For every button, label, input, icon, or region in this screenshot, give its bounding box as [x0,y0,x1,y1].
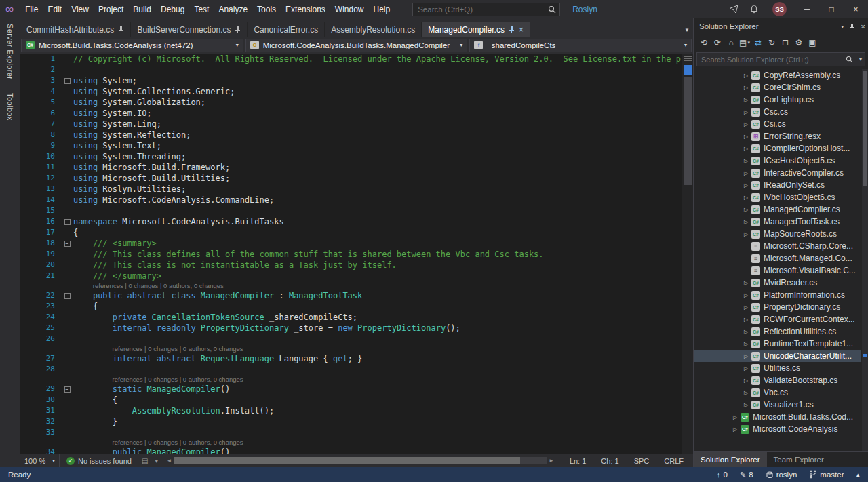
tree-item-microsoft-visualbasic-c[interactable]: ≡Microsoft.VisualBasic.C... [694,264,861,277]
zoom-control[interactable]: 100 % ▾ [20,454,60,467]
fold-toggle-icon[interactable]: − [64,241,71,247]
repository-indicator[interactable]: roslyn [766,470,797,479]
expand-arrow-icon[interactable]: ▷ [741,73,751,79]
line-ending-indicator[interactable]: CRLF [664,457,684,465]
panel-tab-solution-explorer[interactable]: Solution Explorer [694,452,767,467]
type-dropdown[interactable]: C Microsoft.CodeAnalysis.BuildTasks.Mana… [245,39,468,52]
tree-item-corlightup-cs[interactable]: ▷C#CorLightup.cs [694,94,861,106]
vertical-scrollbar-thumb[interactable] [684,77,692,185]
expand-arrow-icon[interactable]: ▷ [741,195,751,201]
panel-tab-team-explorer[interactable]: Team Explorer [767,452,831,467]
quick-search-input[interactable] [416,5,548,14]
codelens-indicator[interactable]: references | 0 changes | 0 authors, 0 ch… [73,344,243,353]
collapse-all-icon[interactable]: ⊟ [779,37,791,49]
menu-test[interactable]: Test [189,2,214,17]
tree-item-icschostobject5-cs[interactable]: ▷C#ICscHostObject5.cs [694,155,861,167]
expand-arrow-icon[interactable]: ▷ [741,158,751,164]
expand-arrow-icon[interactable]: ▷ [741,146,751,152]
expand-arrow-icon[interactable]: ▷ [741,219,751,225]
code-editor[interactable]: 1// Copyright (c) Microsoft. All Rights … [20,54,693,454]
tree-item-utilities-cs[interactable]: ▷C#Utilities.cs [694,362,861,374]
expand-arrow-icon[interactable]: ▷ [741,280,751,286]
branch-indicator[interactable]: master [809,470,844,479]
tree-item-coreclrshim-cs[interactable]: ▷C#CoreClrShim.cs [694,81,861,94]
sync-with-active-document-icon[interactable]: ⇄ [752,37,764,49]
project-dropdown[interactable]: C# Microsoft.Build.Tasks.CodeAnalysis (n… [21,39,243,52]
tree-item-csi-cs[interactable]: ▷C#Csi.cs [694,118,861,130]
fold-toggle-icon[interactable]: − [64,219,71,225]
tree-item-validatebootstrap-cs[interactable]: ▷C#ValidateBootstrap.cs [694,374,861,386]
codelens-indicator[interactable]: references | 0 changes | 0 authors, 0 ch… [73,438,243,447]
expand-arrow-icon[interactable]: ▷ [741,390,751,396]
tree-item-interactivecompiler-cs[interactable]: ▷C#InteractiveCompiler.cs [694,167,861,179]
editor-vertical-scrollbar[interactable] [682,54,693,454]
messages-icon[interactable]: ▤ [138,457,151,464]
minimize-button[interactable]: ─ [795,0,819,18]
split-window-handle[interactable] [684,55,692,63]
expand-arrow-icon[interactable]: ▷ [741,292,751,298]
member-dropdown[interactable]: f _sharedCompileCts ▾ [469,39,692,52]
tree-item-runtimetexttemplate1[interactable]: ▷C#RuntimeTextTemplate1... [694,338,861,350]
tree-item-microsoft-codeanalysis[interactable]: ▷C#Microsoft.CodeAnalysis [694,423,861,435]
document-tab-assemblyresolution-cs[interactable]: AssemblyResolution.cs [325,22,422,37]
expand-arrow-icon[interactable]: ▷ [741,121,751,127]
menu-view[interactable]: View [66,2,94,17]
tree-item-ivbchostobject6-cs[interactable]: ▷C#IVbcHostObject6.cs [694,191,861,203]
pin-icon[interactable] [509,26,515,33]
document-tab-managedcompiler-cs[interactable]: ManagedCompiler.cs× [422,22,530,37]
fold-toggle-icon[interactable]: − [64,386,71,393]
codelens-indicator[interactable]: references | 0 changes | 0 authors, 0 ch… [73,281,224,290]
pin-icon[interactable] [235,26,241,33]
scroll-right-icon[interactable]: ► [547,458,556,464]
close-window-button[interactable]: × [844,0,868,18]
close-panel-icon[interactable]: × [861,22,865,31]
user-avatar[interactable]: SS [772,2,787,16]
scroll-left-icon[interactable]: ◄ [164,458,174,464]
menu-build[interactable]: Build [128,2,156,17]
tree-item-microsoft-csharp-core[interactable]: ≡Microsoft.CSharp.Core... [694,240,861,252]
expand-arrow-icon[interactable]: ▷ [741,134,751,140]
window-position-icon[interactable]: ▾ [841,24,844,30]
home-icon[interactable]: ⌂ [725,37,737,49]
side-tab-toolbox[interactable]: Toolbox [6,93,14,121]
tree-vertical-scrollbar[interactable] [862,69,868,451]
expand-arrow-icon[interactable]: ▷ [741,182,751,188]
maximize-button[interactable]: □ [819,0,844,18]
pin-icon[interactable] [118,26,124,33]
fold-toggle-icon[interactable]: − [64,293,71,299]
menu-analyze[interactable]: Analyze [214,2,252,17]
expand-arrow-icon[interactable]: ▷ [741,402,751,408]
tree-item-platforminformation-cs[interactable]: ▷C#PlatformInformation.cs [694,289,861,301]
horizontal-scrollbar-thumb[interactable] [174,457,520,464]
tree-item-rcwforcurrentcontex[interactable]: ▷C#RCWForCurrentContex... [694,313,861,325]
fold-toggle-icon[interactable]: − [64,78,71,84]
tree-item-unicodecharacterutilit[interactable]: ▷C#UnicodeCharacterUtilit... [694,350,861,362]
close-tab-icon[interactable]: × [519,26,524,34]
tree-item-errorstring-resx[interactable]: ▷⊞ErrorString.resx [694,130,861,142]
side-tab-server-explorer[interactable]: Server Explorer [6,24,14,79]
tree-item-microsoft-managed-co[interactable]: ≡Microsoft.Managed.Co... [694,252,861,264]
back-icon[interactable]: ⟲ [698,37,710,49]
expand-arrow-icon[interactable]: ▷ [741,304,751,310]
document-tab-buildserverconnection-cs[interactable]: BuildServerConnection.cs [131,22,248,37]
menu-file[interactable]: File [20,2,43,17]
expand-arrow-icon[interactable]: ▷ [741,170,751,176]
document-health-indicator[interactable]: ✓ No issues found [60,457,138,465]
refresh-icon[interactable]: ↻ [766,37,778,49]
expand-arrow-icon[interactable]: ▷ [741,97,751,103]
code-lines[interactable]: 1// Copyright (c) Microsoft. All Rights … [20,54,682,454]
tree-item-visualizer1-cs[interactable]: ▷C#Visualizer1.cs [694,399,861,411]
horizontal-scrollbar[interactable]: ◄ ► [164,454,556,467]
document-tab-commithashattribute-cs[interactable]: CommitHashAttribute.cs [20,22,131,37]
commits-ahead-indicator[interactable]: ↑ 0 [717,470,728,479]
search-options-icon[interactable]: ▾ [859,56,862,62]
expand-arrow-icon[interactable]: ▷ [741,317,751,323]
spaces-indicator[interactable]: SPC [634,457,650,465]
tree-item-reflectionutilities-cs[interactable]: ▷C#ReflectionUtilities.cs [694,325,861,338]
tree-item-copyrefassembly-cs[interactable]: ▷C#CopyRefAssembly.cs [694,69,861,81]
expand-arrow-icon[interactable]: ▷ [741,207,751,213]
tree-item-vbc-cs[interactable]: ▷C#Vbc.cs [694,386,861,399]
expand-arrow-icon[interactable]: ▷ [741,378,751,384]
expand-arrow-icon[interactable]: ▷ [741,353,751,359]
chevron-up-icon[interactable]: ▴ [856,470,860,479]
